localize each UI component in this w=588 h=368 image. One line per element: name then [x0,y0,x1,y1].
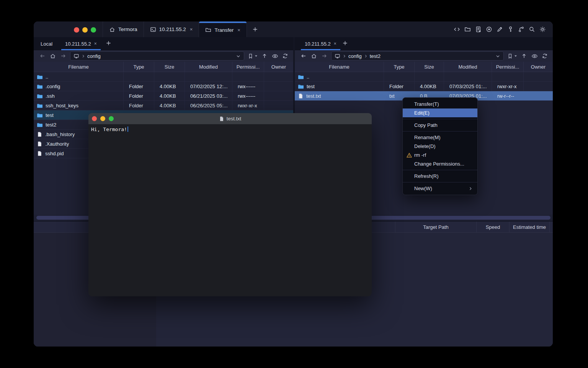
close-tab-icon[interactable]: × [334,41,336,46]
left-tab-host[interactable]: 10.211.55.2 × [60,37,102,50]
keychain-icon[interactable] [518,26,524,33]
table-row[interactable]: ssh_host_keys Folder4.00KB06/26/2025 05:… [34,101,293,110]
column-header[interactable]: Type [384,62,415,72]
table-row[interactable]: .. [295,72,553,82]
menu-item-rm-rf[interactable]: rm -rf [403,151,477,159]
caret-down-icon [514,54,517,58]
column-header[interactable]: Owner [264,62,293,72]
tab-label: 10.211.55.2 [65,41,91,47]
breadcrumb-segment[interactable]: config [87,53,101,59]
pencil-icon[interactable] [496,26,503,33]
back-icon[interactable] [39,53,46,59]
column-header[interactable]: Target Path [395,222,476,232]
code-icon[interactable] [453,26,460,33]
chevron-right-icon [81,54,85,58]
folder-icon[interactable] [464,26,471,33]
column-header[interactable]: Owner [524,62,553,72]
column-header[interactable]: Type [124,62,154,72]
tab-label: Transfer [214,27,234,33]
right-new-tab-button[interactable] [342,40,348,46]
table-row[interactable]: .ssh Folder4.00KB06/21/2025 03:...rwx---… [34,91,293,101]
left-tab-local[interactable]: Local [35,37,58,50]
chevron-down-icon[interactable] [495,54,500,59]
key-icon[interactable] [507,26,514,33]
home-icon[interactable] [310,53,317,59]
tab-transfer[interactable]: Transfer × [199,23,247,37]
left-new-tab-button[interactable] [106,40,111,46]
menu-item-refresh[interactable]: Refresh(R) [403,172,477,181]
tab-label: 10.211.55.2 [305,41,331,47]
column-header[interactable]: Filename [34,62,124,72]
menu-item-transfer[interactable]: Transfer(T) [403,100,477,108]
table-row[interactable]: test Folder4.00KB07/03/2025 01:...rwxr-x… [295,82,553,91]
breadcrumb-segment[interactable]: test2 [370,53,381,59]
left-navbar: config [34,50,293,62]
snippets-icon[interactable] [475,26,482,33]
column-header [549,222,553,232]
back-icon[interactable] [300,53,307,59]
menu-item-copy-path[interactable]: Copy Path [403,121,477,130]
column-header[interactable]: Filename [295,62,384,72]
column-header[interactable]: Permissi... [232,62,264,72]
home-icon[interactable] [49,53,56,59]
table-row[interactable]: .. [34,72,293,82]
chevron-right-icon [364,54,368,58]
column-header[interactable]: Permissi... [492,62,524,72]
close-tab-icon[interactable]: × [190,26,193,32]
menu-item-new[interactable]: New(W) [403,184,477,193]
refresh-icon[interactable] [541,53,548,59]
tab-host[interactable]: 10.211.55.2 × [144,21,199,37]
search-icon[interactable] [528,26,535,33]
table-row[interactable]: .config Folder4.00KB07/02/2025 12:...rwx… [34,82,293,91]
folder-icon [205,27,211,33]
editor-content[interactable]: Hi, Termora! [88,124,372,296]
editor-text: Hi, Termora! [91,127,127,132]
column-header[interactable]: Modified [444,62,492,72]
column-header[interactable]: Size [154,62,185,72]
new-tab-button[interactable] [247,21,263,37]
right-tab-host[interactable]: 10.211.55.2 × [299,37,342,50]
tab-label: 10.211.55.2 [159,26,186,32]
column-header[interactable]: Speed [476,222,509,232]
folder-icon [37,112,43,118]
editor-minimize-button[interactable] [100,116,105,121]
upload-icon[interactable] [261,53,268,59]
file-icon [37,151,42,156]
close-tab-icon[interactable]: × [237,27,240,33]
forward-icon[interactable] [321,53,328,59]
menu-separator [403,170,477,170]
left-path-input[interactable]: config [70,51,244,61]
show-hidden-icon[interactable] [271,53,278,59]
tab-termora[interactable]: Termora [103,21,144,37]
menu-item-change-permissions[interactable]: Change Permissions... [403,159,477,168]
menu-item-delete[interactable]: Delete(D) [403,142,477,151]
column-header[interactable]: Estimated time [509,222,549,232]
zoom-window-button[interactable] [91,27,96,33]
breadcrumb-segment[interactable]: config [348,53,362,59]
right-path-input[interactable]: config test2 [331,51,504,61]
forward-icon[interactable] [60,53,67,59]
submenu-arrow-icon [468,186,473,191]
column-header[interactable]: Modified [185,62,232,72]
settings-icon[interactable] [539,26,546,33]
editor-title: test.txt [227,116,241,122]
editor-titlebar[interactable]: test.txt [88,113,372,124]
text-cursor [127,127,129,132]
editor-zoom-button[interactable] [109,116,114,121]
bookmark-button[interactable] [248,53,258,59]
show-hidden-icon[interactable] [531,53,538,59]
refresh-icon[interactable] [282,53,289,59]
menu-item-edit[interactable]: Edit(E) [403,108,477,117]
column-header[interactable]: Size [415,62,444,72]
folder-icon [298,74,304,80]
editor-close-button[interactable] [92,116,97,121]
record-icon[interactable] [485,26,492,33]
upload-icon[interactable] [521,53,528,59]
menu-item-rename[interactable]: Rename(M) [403,133,477,142]
chevron-down-icon[interactable] [236,54,241,59]
minimize-window-button[interactable] [82,27,88,33]
bookmark-button[interactable] [507,53,517,59]
folder-icon [37,84,43,90]
close-window-button[interactable] [74,27,79,33]
close-tab-icon[interactable]: × [94,41,97,46]
